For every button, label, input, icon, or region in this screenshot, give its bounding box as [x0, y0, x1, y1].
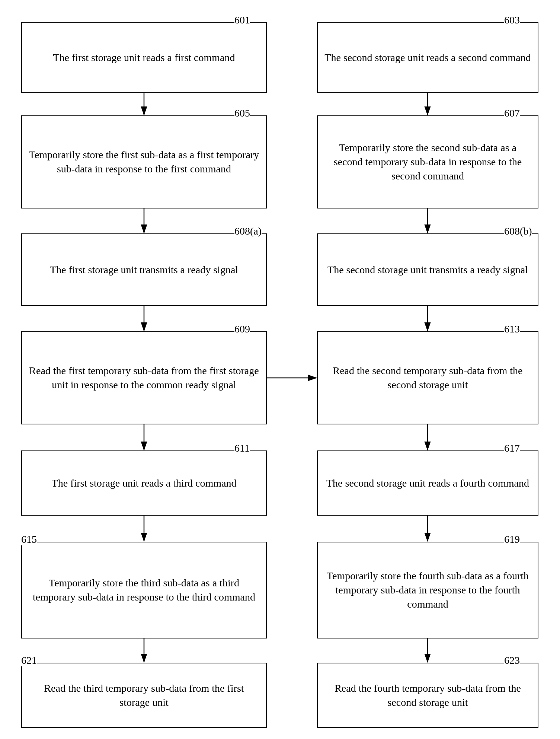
label-617: 617 [504, 442, 520, 454]
label-603: 603 [504, 14, 520, 26]
label-611: 611 [234, 442, 250, 454]
box-607: Temporarily store the second sub-data as… [317, 115, 538, 208]
label-621: 621 [21, 654, 37, 666]
box-613: Read the second temporary sub-data from … [317, 331, 538, 424]
label-607: 607 [504, 107, 520, 119]
box-608b: The second storage unit transmits a read… [317, 233, 538, 306]
label-623: 623 [504, 654, 520, 666]
label-619: 619 [504, 533, 520, 545]
box-605: Temporarily store the first sub-data as … [21, 115, 267, 208]
box-615: Temporarily store the third sub-data as … [21, 542, 267, 638]
label-605: 605 [234, 107, 250, 119]
box-608a: The first storage unit transmits a ready… [21, 233, 267, 306]
label-609: 609 [234, 323, 250, 335]
box-609: Read the first temporary sub-data from t… [21, 331, 267, 424]
box-623: Read the fourth temporary sub-data from … [317, 663, 538, 728]
label-608a: 608(a) [234, 225, 262, 237]
box-611: The first storage unit reads a third com… [21, 450, 267, 516]
label-615: 615 [21, 533, 37, 545]
label-601: 601 [234, 14, 250, 26]
box-603: The second storage unit reads a second c… [317, 22, 538, 93]
box-621: Read the third temporary sub-data from t… [21, 663, 267, 728]
label-613: 613 [504, 323, 520, 335]
box-619: Temporarily store the fourth sub-data as… [317, 542, 538, 638]
label-608b: 608(b) [504, 225, 532, 237]
box-617: The second storage unit reads a fourth c… [317, 450, 538, 516]
flowchart: The first storage unit reads a first com… [0, 0, 560, 739]
box-601: The first storage unit reads a first com… [21, 22, 267, 93]
